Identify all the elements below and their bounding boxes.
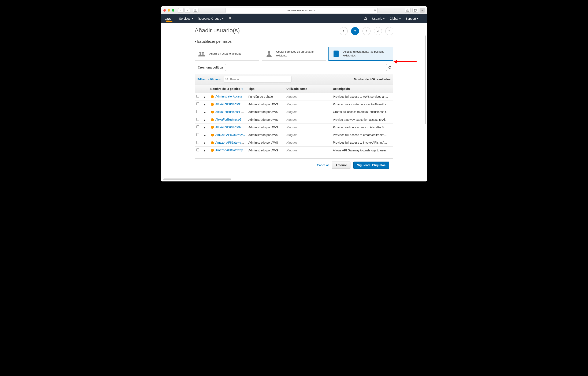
row-checkbox[interactable] <box>196 95 199 98</box>
policy-name-link[interactable]: AmazonAPIGateway... <box>215 149 245 152</box>
policy-name-link[interactable]: AlexaForBusinessRe... <box>215 125 245 129</box>
table-row: ▶AlexaForBusinessGa...Administrado por A… <box>195 116 393 123</box>
policy-type: Función de trabajo <box>247 93 285 100</box>
svg-point-14 <box>226 78 228 80</box>
row-checkbox[interactable] <box>196 125 199 128</box>
expand-icon[interactable]: ▶ <box>204 119 206 121</box>
vertical-scrollbar[interactable] <box>425 35 426 124</box>
table-row: ▶AlexaForBusinessRe...Administrado por A… <box>195 123 393 131</box>
refresh-button[interactable] <box>386 64 393 71</box>
forward-button[interactable]: › <box>185 8 190 13</box>
filter-policies-dropdown[interactable]: Filtrar políticas▾ <box>197 78 220 81</box>
policy-description: Grants full access to AlexaForBusiness r… <box>331 108 393 116</box>
svg-rect-9 <box>334 51 339 57</box>
resource-groups-menu[interactable]: Resource Groups▾ <box>198 17 223 20</box>
sidebar-toggle-button[interactable] <box>193 8 199 13</box>
tabs-button[interactable] <box>412 8 418 13</box>
url-bar[interactable]: console.aws.amazon.com ⟳ <box>226 8 378 13</box>
option-attach-policies[interactable]: Asociar directamente las políticas exist… <box>328 47 393 61</box>
row-checkbox[interactable] <box>196 141 199 144</box>
step-4[interactable]: 4 <box>374 27 382 35</box>
policy-name-link[interactable]: AlexaForBusinessGa... <box>215 118 246 121</box>
policy-name-link[interactable]: AdministratorAccess <box>215 95 242 98</box>
user-menu[interactable]: Usuario▾ <box>372 17 384 20</box>
row-checkbox[interactable] <box>196 102 199 105</box>
col-type-header[interactable]: Tipo <box>247 85 285 93</box>
new-tab-button[interactable]: + <box>420 8 425 13</box>
expand-icon[interactable]: ▶ <box>204 103 206 106</box>
option-copy-permissions[interactable]: Copiar permisos de un usuario existente <box>262 47 326 61</box>
support-menu[interactable]: Support▾ <box>406 17 418 20</box>
policy-type: Administrado por AWS <box>247 108 285 116</box>
policy-used-as: Ninguna <box>285 116 331 123</box>
region-menu[interactable]: Global▾ <box>389 17 400 20</box>
option-add-to-group[interactable]: Añadir un usuario al grupo <box>195 47 259 61</box>
aws-logo[interactable]: aws <box>165 17 171 21</box>
policy-used-as: Ninguna <box>285 100 331 108</box>
traffic-lights <box>163 9 174 12</box>
policy-name-link[interactable]: AlexaForBusinessDe... <box>215 102 245 106</box>
section-title[interactable]: Establecer permisos <box>195 39 393 44</box>
table-row: ▶AdministratorAccessFunción de trabajoNi… <box>195 93 393 100</box>
policy-box-icon <box>210 110 214 114</box>
horizontal-scrollbar[interactable] <box>163 179 231 180</box>
col-desc-header[interactable]: Descripción <box>331 85 393 93</box>
previous-button[interactable]: Anterior <box>332 161 350 169</box>
expand-icon[interactable]: ▶ <box>204 127 206 129</box>
reload-icon[interactable]: ⟳ <box>374 9 376 12</box>
expand-icon[interactable]: ▶ <box>204 142 206 144</box>
col-used-header[interactable]: Utilizado como <box>285 85 331 93</box>
row-checkbox[interactable] <box>196 133 199 136</box>
page-content: Añadir usuario(s) 1 2 3 4 5 Establecer p… <box>161 23 427 182</box>
expand-icon[interactable]: ▶ <box>204 134 206 136</box>
notifications-icon[interactable] <box>364 17 367 20</box>
create-policy-button[interactable]: Crear una política <box>195 64 226 71</box>
step-5[interactable]: 5 <box>385 27 393 35</box>
row-checkbox[interactable] <box>196 149 199 151</box>
title-bar-right: + <box>405 8 425 13</box>
next-button[interactable]: Siguiente: Etiquetas <box>353 161 389 169</box>
row-checkbox[interactable] <box>196 118 199 121</box>
policy-box-icon <box>210 95 214 98</box>
expand-icon[interactable]: ▶ <box>204 111 206 113</box>
row-checkbox[interactable] <box>196 110 199 113</box>
nav-buttons: ‹ › <box>178 8 190 13</box>
user-icon <box>265 50 273 57</box>
minimize-window-icon[interactable] <box>168 9 170 12</box>
cancel-button[interactable]: Cancelar <box>317 163 329 167</box>
policy-box-icon <box>210 126 214 129</box>
policy-used-as: Ninguna <box>285 139 331 146</box>
annotation-arrow <box>393 60 417 64</box>
policy-name-link[interactable]: AmazonAPIGateway... <box>215 133 245 136</box>
table-row: ▶AmazonAPIGateway...Administrado por AWS… <box>195 131 393 139</box>
option-label: Añadir un usuario al grupo <box>209 52 242 56</box>
policy-type: Administrado por AWS <box>247 147 285 154</box>
table-row: ▶AmazonAPIGatewayI...Administrado por AW… <box>195 139 393 146</box>
table-row: ▶AmazonAPIGateway...Administrado por AWS… <box>195 147 393 154</box>
policy-name-link[interactable]: AlexaForBusinessFul... <box>215 110 246 114</box>
expand-icon[interactable]: ▶ <box>204 96 206 98</box>
share-button[interactable] <box>405 8 411 13</box>
policy-name-link[interactable]: AmazonAPIGatewayI... <box>215 141 246 144</box>
policy-box-icon <box>210 149 214 152</box>
option-label: Asociar directamente las políticas exist… <box>343 50 390 57</box>
step-1[interactable]: 1 <box>340 27 348 35</box>
col-name-header[interactable]: Nombre de la política▼ <box>209 85 247 93</box>
group-icon <box>198 50 206 57</box>
policy-description: Provide device setup access to AlexaFor.… <box>331 100 393 108</box>
services-menu[interactable]: Services▾ <box>179 17 193 20</box>
search-wrapper <box>224 76 292 83</box>
expand-icon[interactable]: ▶ <box>204 150 206 152</box>
back-button[interactable]: ‹ <box>178 8 184 13</box>
search-input[interactable] <box>224 76 292 83</box>
permission-options: Añadir un usuario al grupo Copiar permis… <box>195 47 393 61</box>
close-window-icon[interactable] <box>163 9 166 12</box>
step-3[interactable]: 3 <box>362 27 370 35</box>
maximize-window-icon[interactable] <box>172 9 174 12</box>
policy-used-as: Ninguna <box>285 147 331 154</box>
aws-header: aws Services▾ Resource Groups▾ Usuario▾ … <box>161 14 427 23</box>
pin-icon[interactable] <box>229 17 231 20</box>
step-2[interactable]: 2 <box>351 27 359 35</box>
col-checkbox <box>195 85 202 93</box>
policy-type: Administrado por AWS <box>247 123 285 131</box>
